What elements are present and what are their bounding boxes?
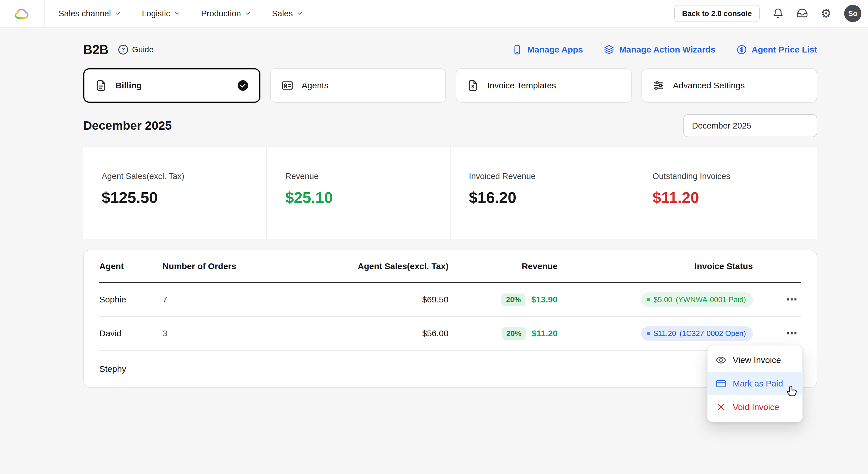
stat-revenue: Revenue $25.10: [267, 147, 450, 239]
status-dot: [647, 332, 650, 335]
menu-item-label: View Invoice: [733, 355, 781, 365]
order-count: 3: [162, 329, 276, 338]
row-actions-cell: ⋯: [753, 292, 801, 307]
tab-invoice-templates[interactable]: $ Invoice Templates: [456, 68, 632, 103]
nav-menu-sales[interactable]: Sales: [272, 9, 303, 19]
menu-item-view-invoice[interactable]: View Invoice: [708, 348, 802, 372]
stat-label: Invoiced Revenue: [469, 172, 634, 181]
nav-menu-sales-channel[interactable]: Sales channel: [59, 9, 121, 19]
stat-invoiced-revenue: Invoiced Revenue $16.20: [450, 147, 634, 239]
agent-name: Stephy: [99, 364, 162, 374]
main-nav: Sales channel Logistic Production Sales: [59, 9, 303, 19]
menu-item-label: Mark as Paid: [733, 379, 783, 388]
nav-menu-logistic[interactable]: Logistic: [142, 9, 180, 19]
nav-menu-production[interactable]: Production: [201, 9, 251, 19]
invoice-status-cell: $5.00 (YWNWA-0001 Paid): [558, 292, 753, 307]
stat-value: $125.50: [102, 189, 267, 206]
revenue-amount: $11.20: [532, 329, 558, 338]
credit-card-icon: [716, 378, 726, 389]
stat-agent-sales: Agent Sales(excl. Tax) $125.50: [83, 147, 267, 239]
inbox-icon[interactable]: [797, 8, 808, 19]
smartphone-icon: [512, 44, 523, 55]
page-title: B2B: [83, 42, 108, 57]
guide-link[interactable]: ? Guide: [118, 45, 154, 55]
app-logo[interactable]: [0, 0, 45, 27]
chevron-down-icon: [244, 10, 251, 17]
page-header: B2B ? Guide Manage Apps Manage Action Wi…: [83, 42, 817, 57]
nav-menu-label: Sales channel: [59, 9, 111, 19]
navbar-actions: Back to 2.0 console ⚙ So: [674, 5, 861, 22]
tab-advanced-settings[interactable]: Advanced Settings: [642, 68, 817, 103]
revenue-cell: 20% $11.20: [448, 327, 558, 340]
eye-icon: [716, 354, 726, 366]
agent-name: Sophie: [99, 295, 162, 304]
row-actions-button[interactable]: ⋯: [783, 326, 801, 341]
selected-check-icon: [237, 79, 249, 92]
revenue-amount: $13.90: [531, 295, 558, 304]
col-header-orders: Number of Orders: [162, 261, 276, 271]
row-actions-button[interactable]: ⋯: [783, 292, 801, 307]
month-heading: December 2025: [83, 119, 172, 133]
status-badge-open: $11.20 (1C327-0002 Open): [641, 326, 753, 341]
manage-action-wizards-link[interactable]: Manage Action Wizards: [603, 44, 715, 55]
top-navbar: Sales channel Logistic Production Sales …: [0, 0, 868, 28]
back-to-console-button[interactable]: Back to 2.0 console: [674, 5, 760, 22]
dollar-circle-icon: [736, 44, 747, 55]
menu-item-void-invoice[interactable]: Void Invoice: [708, 395, 802, 419]
tab-billing[interactable]: Billing: [83, 68, 260, 103]
agent-sales-value: $69.50: [276, 295, 448, 304]
menu-item-label: Void Invoice: [733, 402, 779, 412]
revenue-percent-badge: 20%: [502, 327, 526, 340]
id-card-icon: [281, 79, 294, 92]
tab-label: Agents: [302, 80, 329, 90]
sliders-icon: [652, 79, 665, 92]
stat-value: $25.10: [285, 189, 450, 206]
agent-price-list-link[interactable]: Agent Price List: [736, 44, 817, 55]
chevron-down-icon: [114, 10, 121, 17]
stat-label: Agent Sales(excl. Tax): [102, 172, 267, 181]
stat-outstanding-invoices: Outstanding Invoices $11.20: [634, 147, 817, 239]
link-label: Agent Price List: [752, 45, 817, 55]
col-header-sales: Agent Sales(excl. Tax): [276, 261, 448, 271]
stat-value: $16.20: [469, 189, 634, 206]
nav-menu-label: Production: [201, 9, 241, 19]
nav-menu-label: Sales: [272, 9, 293, 19]
help-circle-icon: ?: [118, 45, 128, 55]
invoice-document-icon: $: [467, 79, 479, 92]
status-badge-paid: $5.00 (YWNWA-0001 Paid): [641, 292, 753, 307]
table-row-stephy: Stephy: [99, 351, 801, 387]
tab-label: Invoice Templates: [487, 80, 556, 90]
link-label: Manage Action Wizards: [619, 45, 715, 55]
nav-menu-label: Logistic: [142, 9, 170, 19]
status-ref: (YWNWA-0001 Paid): [676, 295, 746, 304]
guide-label: Guide: [132, 45, 154, 54]
row-actions-cell: ⋯: [753, 326, 801, 341]
status-ref: (1C327-0002 Open): [680, 329, 746, 338]
invoice-status-cell: $11.20 (1C327-0002 Open): [558, 326, 753, 341]
chevron-down-icon: [174, 10, 181, 17]
menu-item-mark-as-paid[interactable]: Mark as Paid: [708, 372, 802, 395]
col-header-invoice-status: Invoice Status: [558, 261, 753, 271]
settings-gear-icon[interactable]: ⚙: [820, 7, 832, 20]
stats-band: Agent Sales(excl. Tax) $125.50 Revenue $…: [83, 147, 817, 239]
col-header-revenue: Revenue: [448, 261, 558, 271]
tab-agents[interactable]: Agents: [270, 68, 446, 103]
tab-label: Advanced Settings: [673, 80, 745, 90]
stat-label: Revenue: [285, 172, 450, 181]
stat-label: Outstanding Invoices: [653, 172, 817, 181]
settings-tabs: Billing Agents $ Invoice Templates: [83, 68, 817, 103]
svg-text:$: $: [471, 84, 474, 89]
status-amount: $11.20: [654, 329, 676, 338]
table-header-row: Agent Number of Orders Agent Sales(excl.…: [99, 250, 801, 283]
cloud-logo-icon: [13, 5, 31, 22]
revenue-percent-badge: 20%: [501, 294, 525, 306]
month-picker-value: December 2025: [692, 121, 751, 131]
invoice-actions-menu: View Invoice Mark as Paid Void Invoice: [707, 345, 803, 422]
status-dot: [647, 298, 650, 301]
notifications-bell-icon[interactable]: [772, 8, 784, 19]
layers-icon: [603, 44, 615, 55]
user-avatar[interactable]: So: [844, 5, 861, 22]
month-picker[interactable]: December 2025: [683, 114, 817, 137]
period-row: December 2025 December 2025: [83, 114, 817, 137]
manage-apps-link[interactable]: Manage Apps: [512, 44, 583, 55]
